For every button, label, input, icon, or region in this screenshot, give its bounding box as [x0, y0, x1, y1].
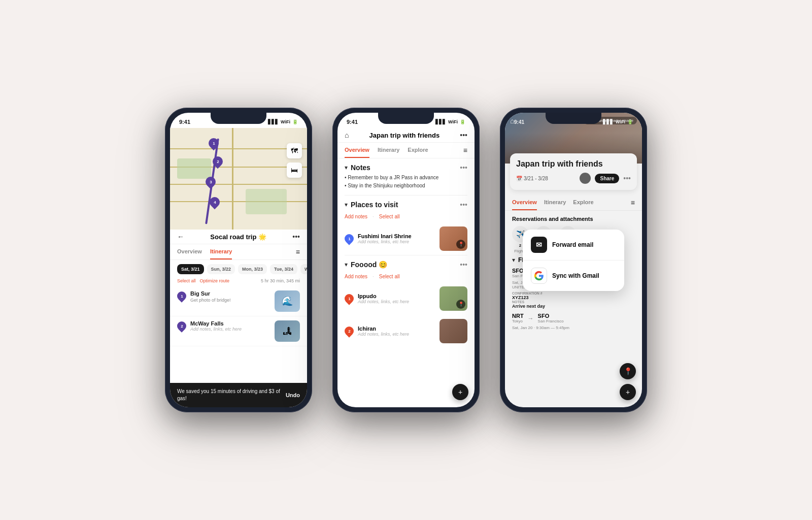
hamburger-icon-1[interactable]: ≡: [296, 248, 300, 256]
date-tab-1[interactable]: Sun, 3/22: [207, 264, 235, 274]
wifi-icon-2: WiFi: [448, 119, 458, 124]
notch2: [378, 113, 434, 124]
date-tab-4[interactable]: Wed: [300, 264, 307, 274]
notes-chevron[interactable]: ▾: [345, 164, 348, 171]
att-img-overlay-0: 📍: [456, 240, 465, 249]
phone2: 9:41 ▋▋▋ WiFi 🔋 ⌂ Japan trip with friend…: [332, 108, 480, 412]
phone2-header: ⌂ Japan trip with friends •••: [337, 128, 475, 143]
add-notes-link[interactable]: Add notes: [345, 214, 367, 219]
time-1: 9:41: [179, 119, 190, 125]
forward-email-item[interactable]: ✉ Forward email: [523, 230, 624, 261]
more-icon-1[interactable]: •••: [292, 233, 300, 241]
date-tabs: Sat, 3/21 Sun, 3/22 Mon, 3/23 Tue, 3/24 …: [170, 260, 307, 278]
map-road-vertical: [232, 128, 233, 230]
food-section-header: ▾ Fooood 😊 •••: [337, 255, 475, 271]
date-tab-3[interactable]: Tue, 3/24: [270, 264, 297, 274]
tab-explore-2[interactable]: Explore: [408, 143, 428, 158]
place-num-1: 2: [175, 319, 188, 332]
toast-text: We saved you 15 minutes of driving and $…: [177, 388, 286, 402]
date-tab-2[interactable]: Mon, 3/23: [238, 264, 267, 274]
food-select-all[interactable]: Select all: [379, 274, 400, 279]
tab-overview-1[interactable]: Overview: [177, 244, 202, 259]
places-chevron[interactable]: ▾: [345, 201, 348, 208]
more-icon-2[interactable]: •••: [460, 131, 467, 139]
places-actions: Add notes · Select all: [337, 211, 475, 222]
popup-card: ✉ Forward email Sync with Gmai: [523, 230, 624, 291]
select-all-link[interactable]: Select all: [177, 278, 196, 283]
food-note-0[interactable]: Add notes, links, etc here: [358, 299, 435, 304]
tab-itinerary-1[interactable]: Itinerary: [210, 244, 232, 259]
notes-line-1: • Stay in the Shinjuku neighborhood: [345, 182, 467, 190]
att-text-0: Fushimi Inari Shrine Add notes, links, e…: [358, 233, 435, 244]
dot-sep: ·: [373, 214, 374, 219]
food-overlay-0: 📍: [456, 300, 465, 309]
layers-button[interactable]: 🗺: [287, 143, 302, 158]
tab-itinerary-2[interactable]: Itinerary: [378, 143, 399, 158]
battery-icon: 🔋: [292, 119, 298, 124]
food-num-0: 1: [343, 292, 355, 305]
food-img-1: [439, 319, 467, 343]
food-add-notes[interactable]: Add notes: [345, 274, 367, 279]
optimize-link[interactable]: Optimize route: [200, 278, 230, 283]
notch1: [211, 113, 266, 124]
phone1: 9:41 ▋▋▋ WiFi 🔋: [165, 108, 312, 412]
food-more[interactable]: •••: [460, 261, 467, 269]
place-item-0: 1 Big Sur Get photo of bridge! 🌊: [170, 286, 307, 316]
food-chevron[interactable]: ▾: [345, 261, 348, 268]
route-links: Select all Optimize route: [177, 278, 229, 283]
green-patch2: [246, 189, 287, 214]
attraction-0: 1 Fushimi Inari Shrine Add notes, links,…: [337, 222, 475, 255]
dot-sep-2: ·: [373, 274, 374, 279]
add-fab-2[interactable]: +: [452, 384, 468, 400]
phone1-header: ← Socal road trip 🌟 •••: [170, 230, 307, 244]
places-more[interactable]: •••: [460, 201, 467, 209]
sync-gmail-label: Sync with Gmail: [552, 272, 599, 279]
place-num-0: 1: [175, 289, 188, 302]
food-name-0: Ippudo: [358, 293, 435, 299]
img-bigSur: 🌊: [275, 290, 300, 312]
food-note-1[interactable]: Add notes, links, etc here: [358, 332, 435, 337]
att-note-0[interactable]: Add notes, links, etc here: [358, 239, 435, 244]
status-icons-1: ▋▋▋ WiFi 🔋: [268, 119, 298, 124]
select-all-link-2[interactable]: Select all: [379, 214, 400, 219]
home-icon-2[interactable]: ⌂: [345, 131, 349, 139]
notes-more[interactable]: •••: [460, 164, 467, 172]
food-item-1: 2 Ichiran Add notes, links, etc here: [337, 315, 475, 347]
route-duration: 5 hr 30 min, 345 mi: [261, 278, 300, 283]
food-num-1: 2: [343, 324, 355, 337]
date-tab-0[interactable]: Sat, 3/21: [177, 264, 204, 274]
place-text-1: McWay Falls Add notes, links, etc here: [190, 320, 270, 332]
app-scene: 9:41 ▋▋▋ WiFi 🔋: [145, 87, 667, 433]
hotel-button[interactable]: 🛏: [287, 162, 302, 178]
tab-overview-2[interactable]: Overview: [345, 143, 369, 158]
status-icons-2: ▋▋▋ WiFi 🔋: [435, 119, 465, 124]
att-img-0: 📍: [439, 226, 467, 251]
map-road-h3: [170, 184, 307, 185]
place-note-0[interactable]: Get photo of bridge!: [190, 298, 270, 303]
back-icon[interactable]: ←: [177, 233, 184, 241]
att-num-0: 1: [343, 232, 355, 245]
phone3: 9:41 ▋▋▋ WiFi 🔋 ⌂ 🖼 Change header image: [500, 108, 647, 412]
place-name-0: Big Sur: [190, 290, 270, 297]
email-icon: ✉: [531, 237, 547, 253]
signal-icon-2: ▋▋▋: [435, 119, 446, 124]
place-img-1: 🏞: [275, 320, 300, 342]
place-img-0: 🌊: [275, 290, 300, 312]
hamburger-icon-2[interactable]: ≡: [463, 146, 467, 154]
sync-gmail-item[interactable]: Sync with Gmail: [523, 261, 624, 291]
signal-icon: ▋▋▋: [268, 119, 279, 124]
battery-icon-2: 🔋: [460, 119, 465, 124]
popup-overlay: ✉ Forward email Sync with Gmai: [505, 113, 642, 407]
gmail-icon: [531, 268, 547, 284]
forward-email-label: Forward email: [552, 241, 593, 248]
time-2: 9:41: [347, 119, 358, 125]
phone1-title: Socal road trip 🌟: [184, 233, 292, 241]
notes-line-0: • Remember to buy a JR Pass in advance: [345, 174, 467, 182]
place-note-1[interactable]: Add notes, links, etc here: [190, 327, 270, 332]
route-info: Select all Optimize route 5 hr 30 min, 3…: [170, 278, 307, 286]
undo-button[interactable]: Undo: [286, 392, 300, 398]
wifi-icon: WiFi: [281, 119, 290, 124]
place-name-1: McWay Falls: [190, 320, 270, 327]
food-text-1: Ichiran Add notes, links, etc here: [358, 326, 435, 337]
food-item-0: 1 Ippudo Add notes, links, etc here 📍: [337, 282, 475, 315]
